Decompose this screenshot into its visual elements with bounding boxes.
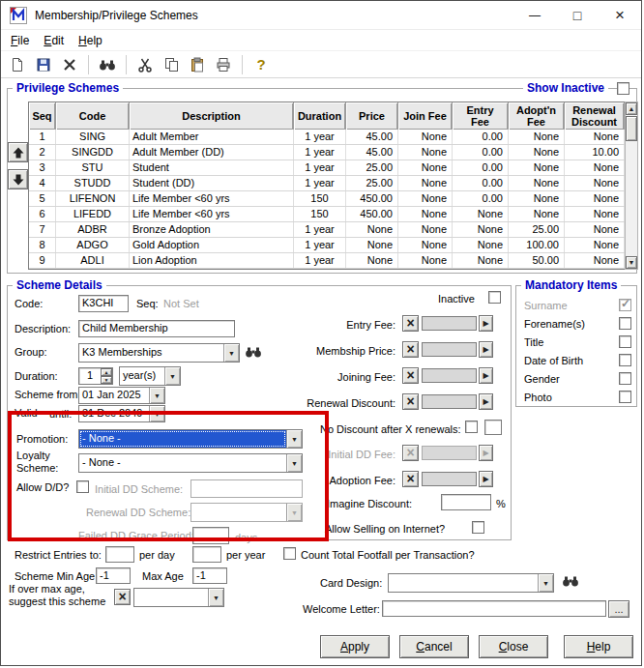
scheme-from-combobox[interactable]: 01 Jan 2025	[78, 387, 165, 404]
footfall-checkbox[interactable]	[283, 547, 296, 560]
table-row[interactable]: 6LIFEDDLife Member <60 yrs150450.00NoneN…	[29, 207, 625, 222]
table-row[interactable]: 7ADBRBronze Adoption1 yearNoneNoneNone25…	[29, 222, 625, 238]
scrollbar-up-button[interactable]	[626, 102, 637, 115]
entry-fee-clear-button[interactable]	[402, 315, 419, 332]
mandatory-item-checkbox[interactable]	[619, 354, 631, 366]
min-age-field[interactable]: -1	[96, 567, 131, 584]
column-header[interactable]: Renewal Discount	[565, 102, 625, 130]
scrollbar-thumb[interactable]	[626, 116, 637, 141]
menu-edit[interactable]: Edit	[38, 32, 73, 49]
imagine-discount-field[interactable]	[441, 494, 491, 510]
column-header[interactable]: Duration	[294, 102, 346, 130]
inactive-checkbox[interactable]	[488, 291, 501, 304]
joining-fee-expand-button[interactable]	[479, 367, 493, 384]
joining-fee-field[interactable]	[422, 368, 477, 383]
allow-dd-checkbox[interactable]	[76, 480, 89, 493]
duration-unit-combobox[interactable]: year(s)	[119, 366, 181, 386]
suggest-scheme-combobox[interactable]	[133, 588, 224, 607]
column-header[interactable]: Price	[346, 102, 398, 130]
column-header[interactable]: Code	[56, 102, 130, 130]
apply-button[interactable]: Apply	[320, 635, 390, 658]
no-discount-field[interactable]	[484, 420, 502, 435]
description-field[interactable]: Child Membership	[78, 320, 235, 337]
column-header[interactable]: Seq	[29, 102, 56, 130]
membship-price-clear-button[interactable]	[402, 341, 419, 358]
column-header[interactable]: Description	[130, 102, 294, 130]
code-field[interactable]: K3CHI	[78, 295, 129, 312]
restrict-per-day-field[interactable]	[105, 546, 134, 563]
table-row[interactable]: 5LIFENONLife Member <60 yrs150450.00None…	[29, 191, 625, 207]
close-button-dialog[interactable]: Close	[479, 635, 548, 658]
max-age-field[interactable]: -1	[192, 567, 227, 584]
adoption-fee-expand-button[interactable]	[479, 471, 493, 487]
entry-fee-field[interactable]	[422, 316, 477, 331]
allow-selling-checkbox[interactable]	[472, 521, 484, 534]
table-row[interactable]: 9ADLILion Adoption1 yearNoneNoneNone50.0…	[29, 253, 625, 269]
card-design-combobox[interactable]	[388, 573, 554, 593]
column-header[interactable]: Entry Fee	[453, 102, 509, 130]
show-inactive-checkbox[interactable]	[617, 82, 629, 95]
move-up-button[interactable]	[8, 142, 28, 162]
new-button[interactable]	[6, 53, 29, 76]
table-scrollbar[interactable]	[625, 102, 638, 270]
card-design-lookup-button[interactable]	[562, 575, 579, 589]
valid-until-combobox[interactable]: 31 Dec 2049	[78, 405, 165, 422]
print-button[interactable]	[212, 53, 235, 76]
failed-dd-grace-field[interactable]	[192, 527, 229, 544]
close-button[interactable]	[599, 1, 641, 30]
membship-price-expand-button[interactable]	[479, 341, 493, 358]
help-button[interactable]	[249, 53, 273, 76]
find-button[interactable]	[96, 53, 119, 76]
cancel-button[interactable]: Cancel	[399, 635, 469, 658]
chevron-down-icon[interactable]	[149, 406, 164, 421]
chevron-down-icon[interactable]	[538, 574, 553, 592]
mandatory-item-checkbox[interactable]	[619, 299, 631, 311]
joining-fee-clear-button[interactable]	[402, 367, 419, 384]
entry-fee-expand-button[interactable]	[479, 315, 493, 332]
menu-file[interactable]: File	[5, 32, 38, 49]
group-combobox[interactable]: K3 Memberships	[78, 343, 240, 363]
renewal-discount-field[interactable]	[422, 394, 477, 409]
copy-button[interactable]	[160, 53, 183, 76]
cut-button[interactable]	[133, 53, 157, 76]
delete-button[interactable]	[58, 53, 81, 76]
adoption-fee-field[interactable]	[422, 472, 477, 486]
column-header[interactable]: Join Fee	[398, 102, 453, 130]
spin-up-button[interactable]	[101, 368, 112, 376]
table-row[interactable]: 1SINGAdult Member1 year45.00None0.00None…	[29, 130, 625, 145]
save-button[interactable]	[32, 53, 55, 76]
promotion-combobox[interactable]: - None -	[78, 429, 303, 449]
chevron-down-icon[interactable]	[164, 367, 180, 385]
suggest-scheme-clear-button[interactable]	[114, 589, 131, 605]
no-discount-checkbox[interactable]	[465, 421, 478, 433]
mandatory-item-checkbox[interactable]	[619, 335, 631, 348]
loyalty-scheme-combobox[interactable]: - None -	[78, 453, 303, 473]
schemes-table[interactable]: SeqCodeDescriptionDurationPriceJoin FeeE…	[28, 102, 626, 270]
renewal-discount-clear-button[interactable]	[402, 393, 419, 410]
mandatory-item-checkbox[interactable]	[619, 317, 631, 330]
mandatory-item-checkbox[interactable]	[619, 391, 631, 403]
menu-help[interactable]: Help	[73, 32, 111, 49]
chevron-down-icon[interactable]	[208, 589, 223, 606]
table-row[interactable]: 3STUStudent1 year25.00None0.00NoneNone	[29, 160, 625, 176]
column-header[interactable]: Adopt'n Fee	[509, 102, 565, 130]
help-button-dialog[interactable]: Help	[564, 635, 633, 658]
minimize-button[interactable]	[513, 1, 556, 30]
move-down-button[interactable]	[8, 169, 28, 189]
table-row[interactable]: 2SINGDDAdult Member (DD)1 year45.00None0…	[29, 145, 625, 160]
table-row[interactable]: 4STUDDStudent (DD)1 year25.00None0.00Non…	[29, 176, 625, 191]
welcome-letter-browse-button[interactable]: ...	[608, 600, 629, 618]
chevron-down-icon[interactable]	[223, 344, 239, 362]
maximize-button[interactable]	[556, 1, 599, 30]
spin-down-button[interactable]	[101, 376, 112, 384]
group-lookup-button[interactable]	[245, 346, 262, 360]
paste-button[interactable]	[186, 53, 209, 76]
chevron-down-icon[interactable]	[149, 388, 164, 403]
scrollbar-down-button[interactable]	[626, 256, 637, 269]
table-row[interactable]: 8ADGOGold Adoption1 yearNoneNoneNone100.…	[29, 238, 625, 253]
adoption-fee-clear-button[interactable]	[402, 471, 419, 487]
membship-price-field[interactable]	[422, 342, 477, 357]
mandatory-item-checkbox[interactable]	[619, 372, 631, 385]
welcome-letter-field[interactable]	[382, 600, 606, 617]
renewal-discount-expand-button[interactable]	[479, 393, 493, 410]
